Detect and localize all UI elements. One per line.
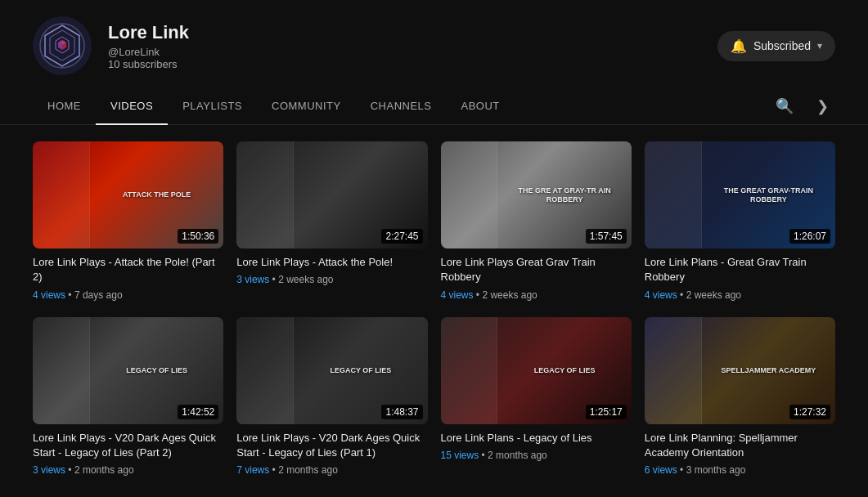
video-card-8[interactable]: SPELLJAMMER ACADEMY 1:27:32 Lore Link Pl…	[645, 317, 835, 477]
video-title: Lore Link Planning: Spelljammer Academy …	[645, 431, 835, 460]
subscribe-button[interactable]: 🔔 Subscribed ▾	[717, 31, 835, 61]
video-title: Lore Link Plays - V20 Dark Ages Quick St…	[236, 431, 427, 460]
duration-badge: 1:50:36	[178, 229, 218, 244]
channel-name: Lore Link	[108, 22, 701, 43]
thumb-left-panel	[33, 317, 90, 424]
video-separator: •	[680, 464, 686, 476]
thumbnail-wrapper: THE GRE AT GRAY-TR AIN ROBBERY 1:57:45	[441, 141, 632, 248]
thumb-text: LEGACY OF LIES	[126, 366, 187, 375]
channel-subscribers: 10 subscribers	[108, 58, 701, 70]
video-meta: 3 views • 2 months ago	[33, 464, 223, 476]
video-age: 2 months ago	[278, 464, 338, 476]
channel-nav: HOME VIDEOS PLAYLISTS COMMUNITY CHANNELS…	[0, 88, 868, 125]
video-age: 2 weeks ago	[686, 289, 741, 301]
video-grid: ATTACK THE POLE 1:50:36 Lore Link Plays …	[0, 125, 868, 492]
thumbnail-wrapper: LEGACY OF LIES 1:42:52	[33, 317, 223, 424]
thumb-text: LEGACY OF LIES	[534, 366, 596, 375]
thumbnail-wrapper: ATTACK THE POLE 1:50:36	[33, 141, 223, 248]
video-info: Lore Link Plays Great Grav Train Robbery…	[441, 255, 632, 300]
video-age: 2 weeks ago	[278, 274, 333, 285]
video-separator: •	[68, 289, 74, 301]
tab-videos[interactable]: VIDEOS	[96, 88, 168, 125]
duration-badge: 1:27:32	[789, 405, 830, 419]
thumb-text: ATTACK THE POLE	[123, 190, 191, 199]
video-card-4[interactable]: THE GREAT GRAV-TRAIN ROBBERY 1:26:07 Lor…	[645, 141, 835, 301]
channel-avatar-icon	[38, 22, 86, 69]
video-separator: •	[680, 289, 686, 301]
video-age: 2 months ago	[74, 464, 134, 476]
video-info: Lore Link Plays - V20 Dark Ages Quick St…	[33, 431, 223, 476]
video-card-6[interactable]: LEGACY OF LIES 1:48:37 Lore Link Plays -…	[236, 317, 427, 477]
channel-avatar	[33, 16, 92, 75]
subscribe-button-label: Subscribed	[753, 39, 811, 52]
video-card-3[interactable]: THE GRE AT GRAY-TR AIN ROBBERY 1:57:45 L…	[441, 141, 632, 301]
thumb-left-panel	[33, 141, 90, 248]
video-card-7[interactable]: LEGACY OF LIES 1:25:17 Lore Link Plans -…	[441, 317, 632, 477]
video-views: 4 views	[645, 289, 677, 301]
channel-handle: @LoreLink	[108, 46, 701, 58]
video-separator: •	[482, 450, 488, 461]
video-views: 4 views	[441, 289, 474, 301]
thumbnail-wrapper: 2:27:45	[236, 141, 427, 248]
video-age: 7 days ago	[74, 289, 123, 301]
thumb-text: THE GREAT GRAV-TRAIN ROBBERY	[708, 186, 829, 204]
video-meta: 4 views • 7 days ago	[33, 289, 223, 301]
tab-home[interactable]: HOME	[33, 88, 96, 125]
video-views: 6 views	[645, 464, 677, 476]
search-icon[interactable]: 🔍	[769, 91, 800, 122]
thumb-left-panel	[645, 317, 702, 424]
thumb-text: LEGACY OF LIES	[330, 366, 391, 375]
thumbnail-wrapper: LEGACY OF LIES 1:25:17	[441, 317, 632, 424]
video-views: 3 views	[236, 274, 269, 285]
video-title: Lore Link Plans - Legacy of Lies	[441, 431, 632, 446]
nav-right-controls: 🔍 ❯	[769, 91, 835, 122]
tab-channels[interactable]: CHANNELS	[356, 88, 447, 125]
video-meta: 4 views • 2 weeks ago	[441, 289, 632, 301]
video-age: 2 weeks ago	[482, 289, 537, 301]
duration-badge: 1:42:52	[178, 405, 218, 419]
video-card-2[interactable]: 2:27:45 Lore Link Plays - Attack the Pol…	[236, 141, 427, 301]
duration-badge: 2:27:45	[381, 229, 422, 244]
thumb-left-panel	[441, 141, 498, 248]
video-age: 2 months ago	[488, 450, 547, 461]
chevron-down-icon: ▾	[817, 40, 822, 51]
video-info: Lore Link Plays - Attack the Pole! 3 vie…	[236, 255, 427, 285]
video-title: Lore Link Plays - V20 Dark Ages Quick St…	[33, 431, 223, 460]
thumb-left-panel	[645, 141, 702, 248]
channel-info: Lore Link @LoreLink 10 subscribers	[108, 22, 701, 70]
video-meta: 6 views • 3 months ago	[645, 464, 835, 476]
thumbnail-wrapper: LEGACY OF LIES 1:48:37	[236, 317, 427, 424]
video-age: 3 months ago	[686, 464, 746, 476]
tab-community[interactable]: COMMUNITY	[257, 88, 356, 125]
video-views: 15 views	[441, 450, 479, 461]
more-icon[interactable]: ❯	[810, 91, 835, 122]
video-title: Lore Link Plays - Attack the Pole!	[236, 255, 427, 270]
thumb-text: SPELLJAMMER ACADEMY	[722, 366, 816, 375]
video-title: Lore Link Plays - Attack the Pole! (Part…	[33, 255, 223, 284]
channel-header: Lore Link @LoreLink 10 subscribers 🔔 Sub…	[0, 0, 868, 88]
video-meta: 3 views • 2 weeks ago	[236, 274, 427, 285]
video-title: Lore Link Plans - Great Grav Train Robbe…	[645, 255, 835, 284]
video-title: Lore Link Plays Great Grav Train Robbery	[441, 255, 632, 284]
duration-badge: 1:26:07	[789, 229, 830, 244]
duration-badge: 1:48:37	[381, 405, 422, 419]
video-card-1[interactable]: ATTACK THE POLE 1:50:36 Lore Link Plays …	[33, 141, 223, 301]
video-info: Lore Link Planning: Spelljammer Academy …	[645, 431, 835, 476]
video-meta: 7 views • 2 months ago	[236, 464, 427, 476]
video-meta: 15 views • 2 months ago	[441, 450, 632, 461]
video-separator: •	[68, 464, 74, 476]
video-info: Lore Link Plans - Great Grav Train Robbe…	[645, 255, 835, 300]
video-info: Lore Link Plays - Attack the Pole! (Part…	[33, 255, 223, 300]
video-views: 7 views	[236, 464, 269, 476]
duration-badge: 1:25:17	[586, 405, 627, 419]
tab-playlists[interactable]: PLAYLISTS	[168, 88, 257, 125]
tab-about[interactable]: ABOUT	[447, 88, 515, 125]
video-views: 4 views	[33, 289, 65, 301]
video-meta: 4 views • 2 weeks ago	[645, 289, 835, 301]
video-card-5[interactable]: LEGACY OF LIES 1:42:52 Lore Link Plays -…	[33, 317, 223, 477]
thumbnail-wrapper: THE GREAT GRAV-TRAIN ROBBERY 1:26:07	[645, 141, 835, 248]
thumb-left-panel	[236, 141, 294, 248]
thumbnail-wrapper: SPELLJAMMER ACADEMY 1:27:32	[645, 317, 835, 424]
bell-icon: 🔔	[731, 38, 747, 54]
video-views: 3 views	[33, 464, 65, 476]
